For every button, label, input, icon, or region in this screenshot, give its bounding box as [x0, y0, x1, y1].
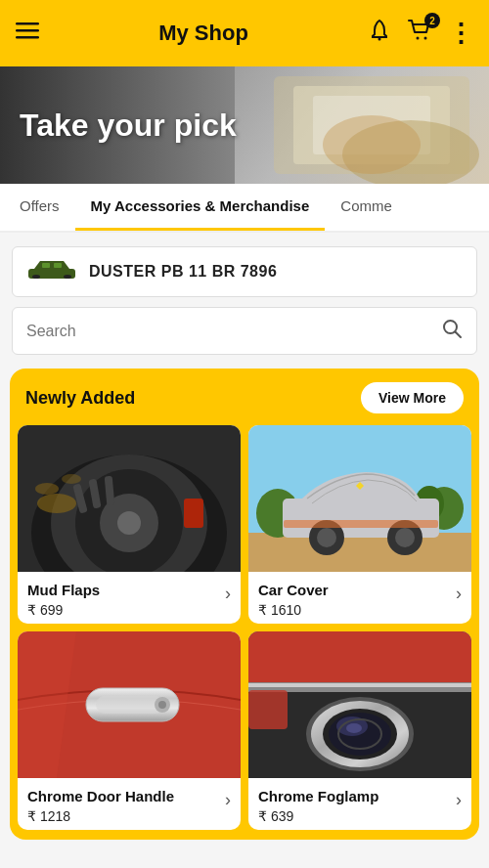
car-cover-image [248, 425, 471, 572]
svg-rect-15 [54, 263, 62, 268]
search-input[interactable] [26, 323, 441, 340]
svg-rect-51 [248, 631, 471, 685]
header-icon-group: 2 ⋮ [368, 19, 473, 48]
svg-rect-61 [248, 690, 288, 729]
svg-rect-1 [16, 29, 39, 32]
foglamp-price: ₹ 639 [258, 808, 452, 824]
car-cover-chevron: › [456, 584, 462, 604]
product-card-car-cover[interactable]: Car Cover ₹ 1610 › [248, 425, 471, 624]
foglamp-image [248, 631, 471, 778]
svg-rect-53 [248, 683, 471, 687]
mud-flaps-image [18, 425, 241, 572]
tab-bar: Offers My Accessories & Merchandise Comm… [0, 184, 489, 233]
svg-line-17 [456, 332, 462, 338]
svg-point-59 [346, 723, 362, 733]
svg-rect-13 [64, 275, 71, 279]
svg-point-4 [416, 37, 419, 40]
door-handle-price: ₹ 1218 [27, 808, 221, 824]
cart-badge: 2 [424, 13, 440, 28]
search-bar[interactable] [12, 307, 477, 355]
svg-rect-2 [16, 36, 39, 39]
svg-point-23 [117, 511, 141, 535]
bell-icon[interactable] [368, 19, 391, 48]
hero-banner: Take your pick [0, 66, 489, 184]
hamburger-icon[interactable] [16, 19, 39, 48]
svg-rect-32 [248, 533, 471, 572]
search-icon [441, 318, 463, 344]
door-handle-info: Chrome Door Handle ₹ 1218 › [18, 778, 241, 830]
header: My Shop 2 ⋮ [0, 0, 489, 66]
tab-offers[interactable]: Offers [4, 184, 75, 231]
hero-illustration [215, 66, 489, 184]
header-title: My Shop [158, 21, 248, 46]
car-label: DUSTER PB 11 BR 7896 [89, 263, 277, 281]
mud-flaps-chevron: › [225, 584, 231, 604]
product-card-door-handle[interactable]: Chrome Door Handle ₹ 1218 › [18, 631, 241, 830]
newly-added-title: Newly Added [25, 388, 135, 409]
product-card-foglamp[interactable]: Chrome Foglamp ₹ 639 › [248, 631, 471, 830]
svg-point-38 [317, 528, 336, 547]
cart-icon[interactable]: 2 [407, 19, 432, 48]
mud-flaps-price: ₹ 699 [27, 602, 221, 618]
hero-text: Take your pick [0, 108, 237, 144]
svg-rect-46 [96, 696, 164, 714]
svg-rect-12 [32, 275, 40, 279]
svg-point-10 [323, 115, 421, 174]
view-more-button[interactable]: View More [361, 382, 464, 413]
svg-point-27 [37, 494, 76, 513]
product-grid: Mud Flaps ₹ 699 › [10, 425, 479, 830]
mud-flaps-info: Mud Flaps ₹ 699 › [18, 572, 241, 624]
svg-rect-0 [16, 22, 39, 25]
foglamp-chevron: › [456, 790, 462, 810]
svg-point-29 [62, 474, 81, 484]
foglamp-info: Chrome Foglamp ₹ 639 › [248, 778, 471, 830]
svg-rect-41 [284, 520, 438, 528]
svg-rect-30 [184, 499, 203, 528]
door-handle-name: Chrome Door Handle [27, 788, 221, 804]
door-handle-chevron: › [225, 790, 231, 810]
svg-point-48 [158, 701, 166, 709]
car-cover-info: Car Cover ₹ 1610 › [248, 572, 471, 624]
svg-point-40 [395, 528, 415, 547]
car-thumbnail-icon [26, 257, 77, 286]
product-card-mud-flaps[interactable]: Mud Flaps ₹ 699 › [18, 425, 241, 624]
svg-point-3 [378, 38, 380, 41]
svg-point-5 [423, 37, 426, 40]
tab-comme[interactable]: Comme [325, 184, 408, 231]
newly-added-section: Newly Added View More [10, 369, 479, 840]
newly-added-header: Newly Added View More [10, 369, 479, 425]
svg-point-28 [35, 483, 59, 495]
car-selector[interactable]: DUSTER PB 11 BR 7896 [12, 246, 477, 297]
tab-accessories[interactable]: My Accessories & Merchandise [75, 184, 326, 231]
foglamp-name: Chrome Foglamp [258, 788, 452, 804]
car-cover-price: ₹ 1610 [258, 602, 452, 618]
mud-flaps-name: Mud Flaps [27, 582, 221, 598]
car-cover-name: Car Cover [258, 582, 452, 598]
door-handle-image [18, 631, 241, 778]
svg-rect-14 [42, 263, 50, 268]
more-options-icon[interactable]: ⋮ [448, 21, 473, 46]
